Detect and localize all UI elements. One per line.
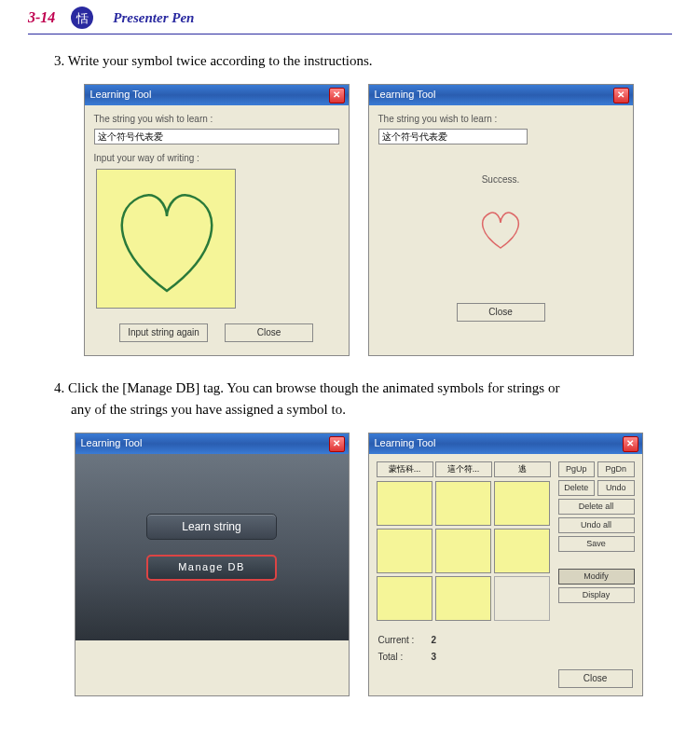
current-value: 2 bbox=[431, 635, 436, 645]
learn-string-button[interactable]: Learn string bbox=[146, 514, 277, 540]
dialog-learn-input: Learning Tool ✕ The string you wish to l… bbox=[84, 84, 350, 356]
titlebar: Learning Tool ✕ bbox=[369, 85, 633, 105]
screenshots-row-2: Learning Tool ✕ Learn string Manage DB L… bbox=[54, 433, 663, 696]
delete-all-button[interactable]: Delete all bbox=[558, 499, 635, 515]
undo-all-button[interactable]: Undo all bbox=[558, 517, 635, 533]
dialog-learn-success: Learning Tool ✕ The string you wish to l… bbox=[368, 84, 634, 356]
symbol-cell[interactable] bbox=[494, 481, 550, 526]
symbol-cell[interactable] bbox=[377, 481, 432, 526]
db-tab-1[interactable]: 蒙恬科... bbox=[377, 461, 433, 477]
titlebar: Learning Tool ✕ bbox=[369, 433, 642, 454]
stats-row: Current : Total : 2 3 bbox=[369, 628, 642, 666]
display-button[interactable]: Display bbox=[558, 587, 635, 603]
close-icon[interactable]: ✕ bbox=[623, 436, 638, 452]
dialog-title: Learning Tool bbox=[89, 88, 152, 102]
input-again-button[interactable]: Input string again bbox=[119, 323, 208, 342]
db-tab-3[interactable]: 逃 bbox=[494, 461, 551, 477]
titlebar: Learning Tool ✕ bbox=[75, 433, 349, 454]
pgup-button[interactable]: PgUp bbox=[558, 461, 596, 477]
total-value: 3 bbox=[431, 652, 436, 662]
save-button[interactable]: Save bbox=[558, 536, 635, 552]
symbol-cell[interactable] bbox=[494, 529, 550, 573]
symbol-cell[interactable] bbox=[377, 576, 432, 621]
titlebar: Learning Tool ✕ bbox=[85, 85, 349, 105]
string-input[interactable]: 这个符号代表爱 bbox=[378, 129, 528, 144]
close-button[interactable]: Close bbox=[225, 323, 313, 342]
drawing-canvas[interactable] bbox=[96, 169, 236, 309]
symbol-cell[interactable] bbox=[435, 529, 491, 573]
close-icon[interactable]: ✕ bbox=[329, 88, 345, 103]
learn-label: The string you wish to learn : bbox=[94, 113, 339, 126]
dialog-manage-db: Learning Tool ✕ 蒙恬科... 這个符... 逃 bbox=[368, 433, 643, 696]
heart-drawing bbox=[97, 170, 237, 309]
dialog-title: Learning Tool bbox=[373, 436, 436, 450]
pgdn-button[interactable]: PgDn bbox=[597, 461, 635, 477]
symbol-cell[interactable] bbox=[435, 481, 491, 526]
close-button[interactable]: Close bbox=[457, 303, 545, 322]
delete-button[interactable]: Delete bbox=[558, 480, 596, 496]
dialog-title: Learning Tool bbox=[79, 436, 143, 450]
section-title: Presenter Pen bbox=[113, 10, 194, 26]
symbol-cell[interactable] bbox=[377, 529, 432, 573]
svg-text:恬: 恬 bbox=[75, 11, 89, 25]
dialog-main-menu: Learning Tool ✕ Learn string Manage DB bbox=[75, 433, 350, 696]
learn-label: The string you wish to learn : bbox=[378, 113, 624, 126]
db-tab-2[interactable]: 這个符... bbox=[435, 461, 492, 477]
string-input[interactable]: 这个符号代表爱 bbox=[94, 129, 339, 144]
step-4-text-line1: 4. Click the [Manage DB] tag. You can br… bbox=[54, 378, 663, 398]
manage-db-button[interactable]: Manage DB bbox=[146, 555, 277, 581]
dialog-title: Learning Tool bbox=[373, 88, 436, 102]
input-way-label: Input your way of writing : bbox=[94, 152, 339, 165]
modify-button[interactable]: Modify bbox=[558, 569, 635, 585]
total-label: Total : bbox=[378, 652, 404, 662]
current-label: Current : bbox=[378, 635, 415, 645]
undo-button[interactable]: Undo bbox=[597, 480, 635, 496]
close-icon[interactable]: ✕ bbox=[613, 88, 629, 103]
close-button[interactable]: Close bbox=[558, 669, 633, 688]
symbol-cell[interactable] bbox=[435, 576, 491, 621]
step-4-text-line2: any of the strings you have assigned a s… bbox=[54, 400, 663, 420]
heart-small bbox=[473, 206, 528, 253]
step-3-text: 3. Write your symbol twice according to … bbox=[54, 51, 663, 71]
close-icon[interactable]: ✕ bbox=[329, 436, 345, 452]
page-header: 3-14 恬 Presenter Pen bbox=[28, 0, 672, 34]
screenshots-row-1: Learning Tool ✕ The string you wish to l… bbox=[54, 84, 663, 356]
symbol-cell-empty bbox=[494, 576, 550, 621]
success-message: Success. bbox=[378, 163, 624, 197]
page-number: 3-14 bbox=[28, 9, 55, 26]
logo-icon: 恬 bbox=[70, 6, 94, 30]
